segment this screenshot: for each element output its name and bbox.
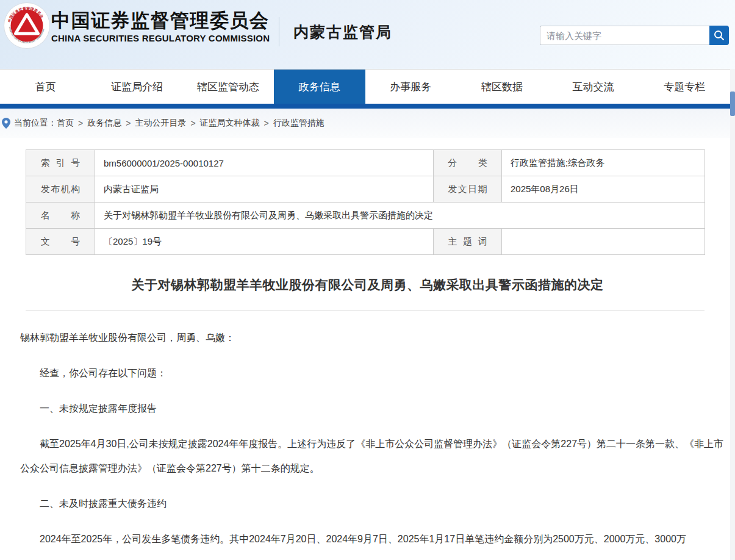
location-pin-icon: [2, 118, 10, 129]
main-nav: 首页 证监局介绍 辖区监管动态 政务信息 办事服务 辖区数据 互动交流 专题专栏: [0, 69, 730, 104]
nav-item-interaction[interactable]: 互动交流: [548, 70, 639, 104]
meta-category-value: 行政监管措施;综合政务: [502, 150, 705, 176]
nav-item-gov-info[interactable]: 政务信息: [274, 70, 365, 104]
nav-item-bureau-intro[interactable]: 证监局介绍: [91, 70, 183, 104]
org-name-cn: 中国证券监督管理委员会: [51, 10, 270, 32]
page-title: 关于对锡林郭勒盟羊羊牧业股份有限公司及周勇、乌嫩采取出具警示函措施的决定: [0, 276, 735, 293]
search-input[interactable]: [540, 26, 709, 45]
nav-item-district-data[interactable]: 辖区数据: [456, 70, 548, 104]
meta-name-value: 关于对锡林郭勒盟羊羊牧业股份有限公司及周勇、乌嫩采取出具警示函措施的决定: [95, 203, 705, 229]
breadcrumb-separator: >: [78, 118, 83, 128]
bureau-name: 内蒙古监管局: [293, 22, 392, 42]
page-content: 索引号 bm56000001/2025-00010127 分类 行政监管措施;综…: [0, 138, 735, 560]
breadcrumb-separator: >: [190, 118, 195, 128]
article-paragraph: 二、未及时披露重大债务违约: [20, 492, 726, 516]
table-row: 文号 〔2025〕19号 主题词: [26, 229, 705, 255]
search-box: [540, 26, 729, 45]
article-paragraph: 一、未按规定披露年度报告: [20, 397, 726, 421]
meta-publisher-value: 内蒙古证监局: [95, 176, 434, 203]
org-title-block: 中国证券监督管理委员会 CHINA SECURITIES REGULATORY …: [51, 10, 270, 45]
org-name-en: CHINA SECURITIES REGULATORY COMMISSION: [51, 32, 270, 45]
meta-index-label: 索引号: [26, 150, 95, 176]
meta-docno-label: 文号: [26, 229, 95, 255]
document-meta-table: 索引号 bm56000001/2025-00010127 分类 行政监管措施;综…: [26, 149, 705, 255]
header-divider: [279, 17, 279, 46]
nav-bottom-strip: [0, 104, 730, 109]
scrollbar-thumb[interactable]: [730, 92, 735, 116]
nav-item-home[interactable]: 首页: [0, 70, 91, 104]
breadcrumb-item-gov-info[interactable]: 政务信息: [87, 118, 121, 129]
meta-name-label: 名称: [26, 203, 95, 229]
breadcrumb-item-doc-types[interactable]: 证监局文种体裁: [200, 118, 260, 129]
meta-docno-value: 〔2025〕19号: [95, 229, 434, 255]
breadcrumb-item-admin-measures[interactable]: 行政监管措施: [273, 118, 324, 129]
article-paragraph: 2024年至2025年，公司发生多笔债务违约。其中2024年7月20日、2024…: [20, 527, 726, 551]
nav-item-special-columns[interactable]: 专题专栏: [639, 70, 730, 104]
article-paragraph: 经查，你公司存在以下问题：: [20, 361, 726, 386]
csrc-logo: 中国证券监督管理委员会 CHINA SECURITIES REGULATORY …: [4, 2, 50, 49]
breadcrumb-item-home[interactable]: 首页: [57, 118, 74, 129]
meta-publisher-label: 发布机构: [26, 176, 95, 203]
article-paragraph: 截至2025年4月30日,公司未按规定披露2024年年度报告。上述行为违反了《非…: [20, 432, 726, 481]
meta-date-value: 2025年08月26日: [502, 176, 705, 203]
breadcrumb-label: 当前位置：: [14, 118, 57, 129]
nav-item-services[interactable]: 办事服务: [365, 70, 457, 104]
table-row: 索引号 bm56000001/2025-00010127 分类 行政监管措施;综…: [26, 150, 705, 176]
breadcrumb: 当前位置： 首页 > 政务信息 > 主动公开目录 > 证监局文种体裁 > 行政监…: [0, 109, 730, 138]
csrc-logo-icon: 中国证券监督管理委员会 CHINA SECURITIES REGULATORY …: [4, 2, 50, 49]
meta-keywords-label: 主题词: [434, 229, 502, 255]
article-paragraph: 锡林郭勒盟羊羊牧业股份有限公司，周勇、乌嫩：: [20, 326, 726, 350]
breadcrumb-separator: >: [264, 118, 269, 128]
search-icon: [714, 30, 725, 41]
table-row: 名称 关于对锡林郭勒盟羊羊牧业股份有限公司及周勇、乌嫩采取出具警示函措施的决定: [26, 203, 705, 229]
search-button[interactable]: [709, 26, 729, 45]
breadcrumb-item-open-catalog[interactable]: 主动公开目录: [135, 118, 186, 129]
table-row: 发布机构 内蒙古证监局 发文日期 2025年08月26日: [26, 176, 705, 203]
meta-index-value: bm56000001/2025-00010127: [95, 150, 434, 176]
nav-item-regulatory-news[interactable]: 辖区监管动态: [182, 70, 274, 104]
meta-keywords-value: [502, 229, 705, 255]
scrollbar-track[interactable]: [730, 69, 735, 560]
breadcrumb-separator: >: [126, 118, 131, 128]
site-header: 中国证券监督管理委员会 CHINA SECURITIES REGULATORY …: [0, 0, 735, 69]
meta-date-label: 发文日期: [434, 176, 502, 203]
article-body: 锡林郭勒盟羊羊牧业股份有限公司，周勇、乌嫩： 经查，你公司存在以下问题： 一、未…: [0, 311, 735, 551]
meta-category-label: 分类: [434, 150, 502, 176]
